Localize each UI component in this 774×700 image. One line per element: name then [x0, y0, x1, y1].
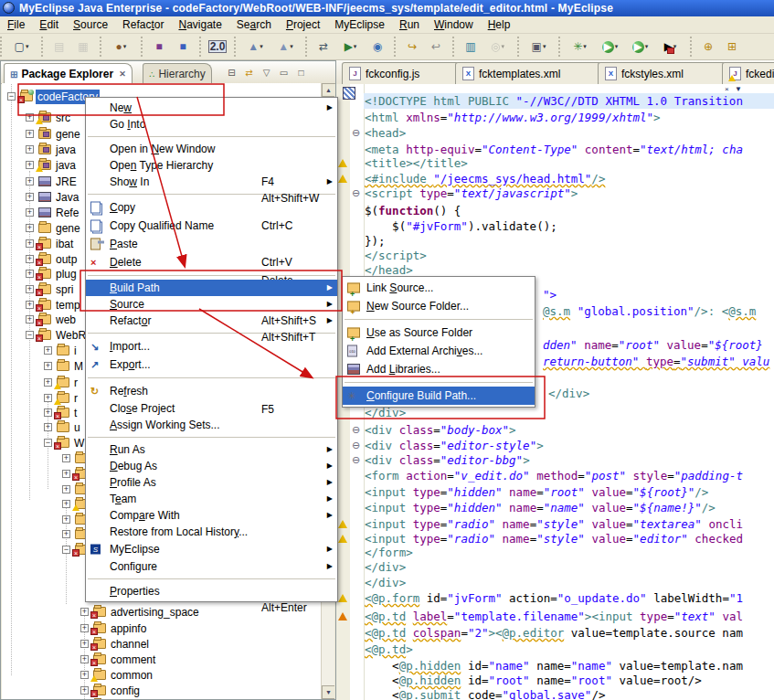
expand-icon[interactable]: +	[44, 378, 52, 387]
expand-icon[interactable]: +	[26, 130, 34, 138]
back-button[interactable]: ↩	[426, 37, 446, 57]
menu-item-use-as-source-folder[interactable]: Use as Source Folder	[343, 323, 535, 342]
menu-item-restore-from-local-history[interactable]: Restore from Local History...	[86, 524, 337, 540]
expand-icon[interactable]: +	[26, 285, 34, 293]
menu-source[interactable]: Source	[66, 16, 115, 33]
menu-item-team[interactable]: Team▶	[86, 491, 337, 507]
save-button[interactable]: ▤	[49, 37, 69, 57]
menu-item-compare-with[interactable]: Compare With▶	[86, 507, 337, 524]
menu-item-new-source-folder[interactable]: New Source Folder...	[343, 297, 535, 315]
maximize-button[interactable]: □	[292, 64, 310, 81]
expand-icon[interactable]: +	[26, 145, 34, 154]
menu-window[interactable]: Window	[427, 16, 481, 33]
link-with-editor-button[interactable]: ⇄	[240, 64, 258, 81]
menu-item-open-in-new-window[interactable]: Open in New Window	[86, 141, 337, 157]
expand-icon[interactable]: +	[26, 301, 34, 309]
expand-icon[interactable]: +	[26, 177, 34, 186]
debug-button[interactable]: ✳▾	[567, 37, 593, 57]
expand-icon[interactable]: +	[62, 485, 70, 493]
tree-item-comment[interactable]: +×comment	[2, 652, 334, 667]
tree-item-content[interactable]: +content	[2, 698, 334, 699]
expand-icon[interactable]: +	[26, 208, 34, 217]
menu-item-close-project[interactable]: Close Project	[86, 400, 337, 417]
tab-package-explorer[interactable]: ⊞Package Explorer✕	[4, 63, 133, 84]
tree-item-common[interactable]: +common	[2, 668, 334, 683]
new-web-wizard-2-button[interactable]: ▲▾	[272, 37, 299, 57]
web-browser-button[interactable]: ◉	[367, 37, 387, 57]
web-service-button[interactable]: ◎▾	[484, 37, 511, 57]
expand-icon[interactable]: +	[26, 270, 34, 278]
expand-icon[interactable]: +	[80, 608, 89, 616]
menu-item-build-path[interactable]: Build Path▶	[86, 280, 337, 296]
expand-icon[interactable]: +	[26, 239, 34, 248]
expand-icon[interactable]: +	[80, 671, 89, 679]
menu-item-new[interactable]: New▶	[86, 100, 337, 116]
tab-fckeditor[interactable]: Jfckeditor	[722, 62, 774, 84]
menu-item-delete[interactable]: ×DeleteDelete	[86, 253, 337, 271]
snapshot-button[interactable]: ▣▾	[525, 37, 552, 57]
expand-icon[interactable]: +	[26, 255, 34, 263]
menu-item-myeclipse[interactable]: SMyEclipse▶	[86, 540, 337, 558]
collapse-icon[interactable]: −	[44, 439, 52, 447]
expand-icon[interactable]: +	[26, 113, 34, 122]
menu-item-link-source[interactable]: Link Source...	[343, 279, 535, 297]
view-menu-button[interactable]: ▽	[258, 64, 275, 81]
run-button[interactable]: ▶▾	[597, 37, 623, 57]
print-button[interactable]: ▦	[73, 37, 93, 57]
menu-refactor[interactable]: Refactor	[115, 16, 171, 33]
collapse-all-button[interactable]: ⊟	[223, 64, 240, 81]
expand-icon[interactable]: +	[62, 530, 70, 538]
expand-icon[interactable]: +	[44, 346, 52, 355]
collapse-icon[interactable]: −	[26, 331, 34, 339]
menu-navigate[interactable]: Navigate	[171, 16, 228, 33]
new-report-button[interactable]: ▥	[461, 37, 481, 57]
menu-file[interactable]: File	[0, 16, 32, 33]
menu-item-debug-as[interactable]: Debug As▶	[86, 458, 337, 474]
scroll-up-button[interactable]: ▲	[322, 83, 334, 97]
new-web-wizard-button[interactable]: ▲▾	[242, 37, 269, 57]
tab-fckstyles-xml[interactable]: Xfckstyles.xml	[598, 62, 733, 84]
menu-project[interactable]: Project	[279, 16, 327, 33]
j2ee-version-button[interactable]: 2.0	[207, 37, 228, 57]
expand-icon[interactable]: +	[80, 624, 89, 632]
plugin-registry-button[interactable]: ⊞	[722, 37, 742, 57]
menu-item-paste[interactable]: PasteCtrl+V	[86, 235, 337, 253]
fold-collapse-icon[interactable]: ⊖	[352, 128, 360, 138]
menu-item-configure[interactable]: Configure▶	[86, 558, 337, 575]
expand-icon[interactable]: +	[80, 655, 89, 663]
tab-fckconfig-js[interactable]: Jfckconfig.js	[342, 62, 466, 84]
menu-edit[interactable]: Edit	[32, 16, 66, 33]
fold-collapse-icon[interactable]: ⊖	[352, 188, 360, 198]
scroll-down-button[interactable]: ▼	[322, 685, 334, 699]
tab-hierarchy[interactable]: ∴Hierarchy	[143, 63, 212, 84]
tree-item-channel[interactable]: +×channel	[2, 637, 334, 652]
expand-icon[interactable]: +	[44, 394, 52, 402]
expand-icon[interactable]: +	[62, 515, 70, 524]
menu-item-open-type-hierarchy[interactable]: Open Type HierarchyF4	[86, 157, 337, 174]
new-java-package-button[interactable]: ■	[149, 37, 169, 57]
collapse-icon[interactable]: −	[62, 546, 70, 554]
expand-icon[interactable]: +	[80, 686, 89, 695]
menu-item-go-into[interactable]: Go Into	[86, 116, 337, 133]
menu-item-import[interactable]: ↘Import...	[86, 337, 337, 355]
menu-item-copy-qualified-name[interactable]: Copy Qualified Name	[86, 217, 337, 235]
menu-myeclipse[interactable]: MyEclipse	[327, 16, 392, 33]
expand-icon[interactable]: +	[26, 224, 34, 232]
menu-item-copy[interactable]: CopyCtrl+C	[86, 198, 337, 217]
fold-collapse-icon[interactable]: ⊖	[352, 440, 360, 451]
expand-icon[interactable]: +	[44, 362, 52, 370]
menu-item-refactor[interactable]: RefactorAlt+Shift+T▶	[86, 313, 337, 329]
expand-icon[interactable]: +	[80, 640, 89, 648]
external-tools-button[interactable]: ▶▾	[657, 37, 684, 57]
run-history-button[interactable]: ▶▾	[627, 37, 653, 57]
expand-icon[interactable]: +	[62, 470, 70, 478]
minimize-button[interactable]: ▭	[275, 64, 292, 81]
new-wizard-button[interactable]: ▢▾	[8, 37, 35, 57]
expand-icon[interactable]: +	[44, 408, 52, 417]
expand-icon[interactable]: +	[26, 161, 34, 169]
menu-item-show-in[interactable]: Show InAlt+Shift+W▶	[86, 174, 337, 190]
tree-item-config[interactable]: +×config	[2, 684, 334, 698]
menu-help[interactable]: Help	[481, 16, 518, 33]
collapse-icon[interactable]: −	[7, 92, 16, 101]
new-java-element-button[interactable]: ●▾	[108, 37, 134, 57]
